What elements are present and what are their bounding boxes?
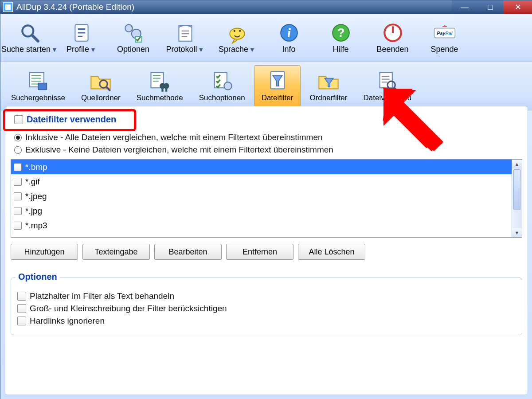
svg-text:i: i	[287, 26, 290, 40]
toolbar-beenden[interactable]: Beenden	[367, 17, 418, 58]
list-item-checkbox[interactable]	[14, 163, 22, 171]
filter-pattern-list-content: *.bmp *.gif *.jpeg *.jpg *.mp3	[11, 160, 512, 237]
list-item-checkbox[interactable]	[14, 178, 22, 186]
list-item-text: *.jpg	[25, 206, 42, 216]
app-window: AllDup 3.4.24 (Portable Edition) — □ ✕ S…	[0, 0, 532, 399]
options-group: Optionen Platzhalter im Filter als Text …	[11, 278, 522, 335]
opt-wildcard-checkbox[interactable]	[17, 292, 26, 301]
search-icon	[19, 22, 41, 44]
svg-point-9	[239, 30, 241, 31]
toolbar-label: Suche starten	[1, 45, 51, 54]
tab-suchmethode[interactable]: Suchmethode	[129, 66, 190, 106]
titlebar: AllDup 3.4.24 (Portable Edition) — □ ✕	[0, 0, 532, 14]
info-icon: i	[278, 22, 300, 44]
text-input-button[interactable]: Texteingabe	[82, 244, 150, 260]
scroll-up-icon[interactable]: ▲	[512, 160, 522, 168]
tab-label: Ordnerfilter	[309, 94, 347, 102]
dropdown-caret-icon: ▼	[90, 46, 96, 53]
radio-inclusive[interactable]	[14, 134, 22, 141]
toolbar-label: Beenden	[376, 45, 408, 54]
toolbar-profile[interactable]: Profile▼	[56, 17, 107, 58]
svg-point-26	[224, 82, 231, 90]
language-icon	[226, 22, 248, 44]
window-controls: — □ ✕	[452, 0, 532, 14]
source-folder-icon	[89, 70, 112, 93]
toolbar-optionen[interactable]: Optionen	[108, 17, 159, 58]
toolbar-label: Spende	[430, 45, 458, 54]
svg-line-1	[32, 35, 38, 41]
add-button[interactable]: Hinzufügen	[11, 244, 78, 260]
options-icon	[122, 22, 145, 44]
toolbar-protokoll[interactable]: Protokoll▼	[160, 17, 211, 58]
paypal-icon: PayPal	[434, 22, 456, 44]
file-filter-icon	[266, 70, 289, 93]
toolbar-hilfe[interactable]: ? Hilfe	[315, 17, 366, 58]
use-file-filter-label: Dateifilter verwenden	[27, 114, 116, 125]
tab-dateifilter[interactable]: Dateifilter	[254, 65, 301, 107]
folder-filter-icon	[317, 70, 340, 93]
use-file-filter-checkbox[interactable]	[14, 115, 23, 124]
list-item-checkbox[interactable]	[14, 192, 22, 200]
main-toolbar: Suche starten▼ Profile▼ Optionen Protoko…	[0, 14, 532, 62]
close-button[interactable]: ✕	[503, 0, 532, 14]
minimize-button[interactable]: —	[452, 0, 477, 14]
toolbar-info[interactable]: i Info	[263, 17, 314, 58]
tab-dateivorschau[interactable]: Dateivorschau	[356, 66, 419, 106]
tab-label: Suchergebnisse	[11, 94, 65, 102]
remove-button[interactable]: Entfernen	[226, 244, 293, 260]
svg-rect-19	[38, 83, 47, 90]
opt-wildcard-label: Platzhalter im Filter als Text behandeln	[30, 291, 174, 301]
toolbar-suche-starten[interactable]: Suche starten▼	[4, 17, 55, 58]
profile-icon	[70, 22, 93, 44]
tab-label: Suchoptionen	[199, 94, 245, 102]
toolbar-spende[interactable]: PayPal Spende	[419, 17, 470, 58]
tab-suchoptionen[interactable]: Suchoptionen	[192, 66, 252, 106]
list-item[interactable]: *.mp3	[11, 218, 512, 233]
scroll-down-icon[interactable]: ▼	[512, 228, 522, 237]
toolbar-sprache[interactable]: Sprache▼	[211, 17, 262, 58]
list-item[interactable]: *.jpg	[11, 203, 512, 218]
toolbar-label: Profile	[66, 45, 89, 54]
opt-hardlinks-checkbox[interactable]	[17, 317, 26, 325]
list-item[interactable]: *.bmp	[11, 160, 512, 174]
radio-exclusive[interactable]	[14, 146, 22, 154]
toolbar-label: Info	[282, 45, 295, 54]
filter-pattern-list[interactable]: *.bmp *.gif *.jpeg *.jpg *.mp3	[11, 159, 522, 238]
list-item-checkbox[interactable]	[14, 222, 22, 230]
help-icon: ?	[330, 22, 352, 44]
vertical-scrollbar[interactable]: ▲ ▼	[512, 160, 522, 237]
tab-quellordner[interactable]: Quellordner	[74, 66, 128, 106]
svg-point-24	[164, 83, 169, 89]
list-item[interactable]: *.jpeg	[11, 189, 512, 203]
list-item-text: *.bmp	[25, 162, 47, 172]
svg-rect-28	[379, 73, 392, 88]
toolbar-label: Optionen	[117, 45, 149, 54]
radio-exclusive-label: Exklusive - Keine Dateien vergleichen, w…	[25, 145, 333, 155]
list-item-text: *.jpeg	[25, 192, 47, 201]
maximize-button[interactable]: □	[477, 0, 503, 14]
tab-ordnerfilter[interactable]: Ordnerfilter	[302, 66, 354, 106]
filter-button-row: Hinzufügen Texteingabe Bearbeiten Entfer…	[11, 244, 522, 260]
opt-case-checkbox[interactable]	[17, 304, 26, 313]
list-item[interactable]: *.gif	[11, 174, 512, 189]
options-group-title: Optionen	[16, 272, 60, 282]
results-icon	[27, 70, 50, 93]
svg-point-8	[233, 30, 235, 31]
svg-point-7	[230, 28, 244, 39]
list-item-checkbox[interactable]	[14, 207, 22, 215]
list-item-text: *.gif	[25, 177, 40, 187]
protocol-icon	[174, 22, 196, 44]
list-item-text: *.mp3	[25, 221, 47, 231]
file-preview-icon	[376, 70, 399, 93]
svg-text:?: ?	[337, 26, 344, 39]
opt-case-label: Groß- und Kleinschreibung der Filter ber…	[30, 304, 227, 313]
edit-button[interactable]: Bearbeiten	[154, 244, 222, 260]
scroll-thumb[interactable]	[513, 169, 520, 210]
radio-inclusive-label: Inklusive - Alle Dateien vergleichen, we…	[25, 133, 323, 142]
svg-line-30	[394, 88, 398, 92]
clear-all-button[interactable]: Alle Löschen	[298, 244, 365, 260]
tab-label: Dateifilter	[262, 94, 293, 102]
tab-suchergebnisse[interactable]: Suchergebnisse	[4, 66, 72, 106]
exit-icon	[382, 22, 404, 44]
toolbar-label: Sprache	[219, 45, 248, 54]
